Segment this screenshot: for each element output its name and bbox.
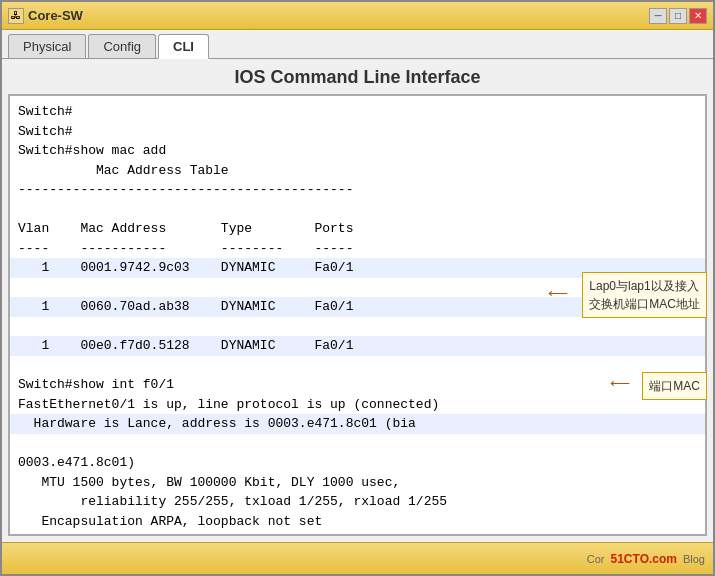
page-title: IOS Command Line Interface [2,59,713,94]
cli-container: Switch# Switch# Switch#show mac add Mac … [8,94,707,536]
window-icon: 🖧 [8,8,24,24]
close-button[interactable]: ✕ [689,8,707,24]
window-controls: ─ □ ✕ [649,8,707,24]
watermark-corner: Cor [587,553,605,565]
tab-config[interactable]: Config [88,34,156,58]
tab-physical[interactable]: Physical [8,34,86,58]
title-bar: 🖧 Core-SW ─ □ ✕ [2,2,713,30]
title-bar-left: 🖧 Core-SW [8,8,83,24]
maximize-button[interactable]: □ [669,8,687,24]
bottom-bar: Cor 51CTO.com Blog [2,542,713,574]
tab-bar: Physical Config CLI [2,30,713,59]
site-logo: 51CTO.com [611,552,677,566]
tab-cli[interactable]: CLI [158,34,209,59]
cli-output[interactable]: Switch# Switch# Switch#show mac add Mac … [10,96,705,534]
blog-label: Blog [683,553,705,565]
minimize-button[interactable]: ─ [649,8,667,24]
window: 🖧 Core-SW ─ □ ✕ Physical Config CLI IOS … [0,0,715,576]
content-area: Switch# Switch# Switch#show mac add Mac … [2,94,713,542]
window-title: Core-SW [28,8,83,23]
